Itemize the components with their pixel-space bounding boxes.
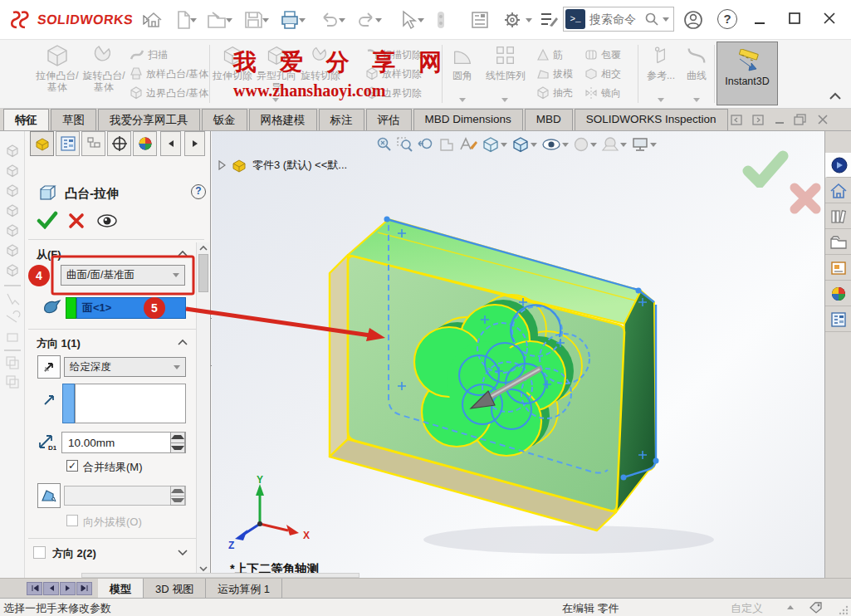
- reference-geometry-dropdown[interactable]: [658, 98, 664, 102]
- model-left-face[interactable]: [330, 255, 348, 457]
- draft-angle-input[interactable]: [64, 486, 186, 506]
- ribbon-fillet-button[interactable]: 圆角: [447, 43, 478, 106]
- tab-dimxpertmanager[interactable]: [107, 131, 131, 156]
- merge-result-checkbox[interactable]: ✓: [66, 460, 78, 472]
- ribbon-curves-button[interactable]: 曲线: [681, 43, 712, 106]
- open-dropdown[interactable]: [226, 18, 232, 22]
- ribbon-shell-button[interactable]: 抽壳: [536, 85, 573, 101]
- options-gear-button[interactable]: [501, 9, 523, 31]
- resize-grip-icon[interactable]: [839, 605, 849, 615]
- scroll-down-arrow[interactable]: [199, 565, 208, 572]
- ribbon-linear-pattern-button[interactable]: 线性阵列: [480, 43, 531, 106]
- new-document-dropdown[interactable]: [190, 18, 197, 22]
- ribbon-extruded-cut-button[interactable]: 拉伸切除: [213, 43, 252, 106]
- search-scope-dropdown[interactable]: [663, 17, 669, 22]
- depth-spin-up[interactable]: [171, 433, 184, 442]
- task-pane-tab-resources[interactable]: [825, 153, 851, 178]
- direction-reference-box[interactable]: [75, 384, 186, 423]
- depth-spin-down[interactable]: [171, 442, 184, 453]
- ribbon-collapse-chevron[interactable]: [829, 91, 842, 101]
- save-button[interactable]: [242, 9, 264, 31]
- motion-study-tab[interactable]: 运动算例 1: [206, 579, 282, 598]
- ribbon-hole-wizard-button[interactable]: 异型孔向导: [255, 43, 298, 106]
- doc-close-icon[interactable]: [817, 114, 829, 125]
- direction1-collapse-chevron[interactable]: [178, 339, 188, 345]
- redo-dropdown[interactable]: [375, 18, 382, 22]
- tag-icon[interactable]: [809, 601, 824, 614]
- ribbon-mirror-button[interactable]: 镜向: [584, 85, 621, 101]
- curves-dropdown[interactable]: [693, 98, 700, 102]
- doc-restore-icon[interactable]: [794, 114, 806, 125]
- depth-input[interactable]: 10.00mm: [61, 432, 186, 453]
- undo-button[interactable]: [319, 9, 340, 31]
- ribbon-lofted-boss-button[interactable]: 放样凸台/基体: [130, 66, 208, 82]
- pm-preview-button[interactable]: [96, 214, 118, 227]
- print-dropdown[interactable]: [299, 18, 306, 22]
- doc-minimize-icon[interactable]: [774, 119, 785, 125]
- draft-button[interactable]: [37, 483, 61, 508]
- end-condition-dropdown[interactable]: 给定深度: [64, 357, 186, 377]
- undo-dropdown[interactable]: [339, 18, 345, 22]
- graphics-viewport[interactable]: 零件3 (默认) <<默...: [212, 131, 824, 578]
- search-input[interactable]: [589, 12, 644, 26]
- first-tab-button[interactable]: [27, 582, 42, 595]
- reverse-direction-button[interactable]: [37, 355, 61, 379]
- select-button[interactable]: [397, 9, 418, 31]
- save-dropdown[interactable]: [262, 18, 269, 22]
- task-pane-tab-appearances[interactable]: [825, 281, 851, 306]
- task-pane-tab-home[interactable]: [825, 178, 851, 203]
- print-button[interactable]: [279, 9, 301, 31]
- task-pane-tab-view-palette[interactable]: [825, 256, 851, 281]
- tab-annotation[interactable]: 标注: [319, 109, 364, 130]
- tab-sw-inspection[interactable]: SOLIDWORKS Inspection: [575, 109, 728, 130]
- maximize-button[interactable]: [787, 11, 802, 26]
- linear-pattern-dropdown[interactable]: [501, 98, 508, 102]
- model-body[interactable]: [330, 219, 656, 530]
- task-pane-tab-design-library[interactable]: [825, 204, 851, 229]
- ribbon-revolved-boss-button[interactable]: 旋转凸台/基体: [81, 43, 126, 106]
- tab-mesh-modeling[interactable]: 网格建模: [249, 109, 317, 130]
- direction2-checkbox[interactable]: [33, 546, 46, 559]
- ribbon-revolved-cut-button[interactable]: 旋转切除: [301, 43, 340, 106]
- pm-ok-button[interactable]: [37, 211, 58, 229]
- tab-sheet-metal[interactable]: 钣金: [202, 109, 247, 130]
- instant3d-toggle-button[interactable]: Instant3D: [717, 42, 778, 105]
- ribbon-boundary-cut-button[interactable]: 边界切除: [365, 85, 422, 101]
- ribbon-swept-cut-button[interactable]: 扫描切除: [365, 46, 422, 63]
- tab-features[interactable]: 特征: [3, 109, 49, 130]
- hole-wizard-dropdown[interactable]: [272, 98, 279, 102]
- command-search-box[interactable]: >_: [563, 7, 674, 32]
- direction2-expand-chevron[interactable]: [178, 549, 188, 555]
- ribbon-lofted-cut-button[interactable]: 放样切除: [365, 66, 422, 82]
- ribbon-intersect-button[interactable]: 相交: [584, 66, 621, 82]
- tab-featuremanager[interactable]: [56, 131, 80, 156]
- tab-sketch[interactable]: 草图: [51, 109, 96, 130]
- ribbon-wrap-button[interactable]: 包覆: [584, 46, 621, 63]
- close-button[interactable]: [822, 11, 837, 26]
- ribbon-boundary-boss-button[interactable]: 边界凸台/基体: [130, 85, 208, 101]
- pm-help-button[interactable]: ?: [191, 184, 206, 199]
- options-dropdown[interactable]: [526, 18, 532, 22]
- ribbon-rib-button[interactable]: 筋: [536, 46, 563, 63]
- scroll-thumb[interactable]: [198, 254, 208, 292]
- pane-dock-left-icon[interactable]: [731, 115, 742, 125]
- pane-dock-right-icon[interactable]: [752, 115, 764, 125]
- ribbon-extruded-boss-button[interactable]: 拉伸凸台/基体: [35, 43, 80, 106]
- pm-cancel-button[interactable]: [68, 213, 85, 229]
- model-tab[interactable]: 模型: [98, 579, 144, 598]
- tab-mbd[interactable]: MBD: [525, 109, 573, 130]
- scroll-up-arrow[interactable]: [199, 245, 208, 252]
- tab-propertymanager[interactable]: [30, 131, 54, 156]
- tab-displaymanager[interactable]: [133, 131, 157, 156]
- draft-angle-spinner[interactable]: [170, 486, 185, 506]
- select-dropdown[interactable]: [418, 18, 424, 22]
- ribbon-draft-button[interactable]: 拔模: [536, 66, 573, 82]
- ribbon-reference-geometry-button[interactable]: 参考...: [643, 43, 679, 106]
- next-tab-button[interactable]: [60, 582, 76, 595]
- draft-spin-up[interactable]: [171, 486, 184, 496]
- task-pane-tab-custom-properties[interactable]: [825, 307, 851, 332]
- rebuild-icon[interactable]: [437, 11, 445, 29]
- manager-tabs-scroll-left[interactable]: [160, 131, 181, 156]
- home-button[interactable]: [143, 9, 164, 31]
- help-button[interactable]: ?: [717, 9, 737, 29]
